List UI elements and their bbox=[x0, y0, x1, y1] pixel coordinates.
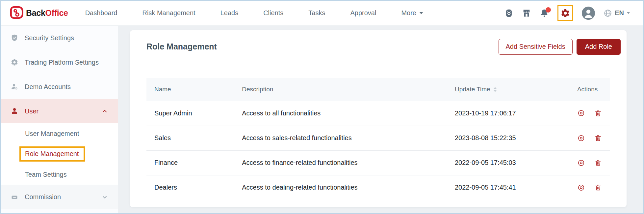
notification-dot bbox=[546, 7, 551, 13]
page-title: Role Management bbox=[146, 42, 217, 51]
brand-name: BackOffice bbox=[26, 8, 68, 18]
sidebar-item-user[interactable]: User bbox=[1, 99, 118, 123]
table-row: Sales Access to sales-related functional… bbox=[146, 126, 610, 150]
nav-leads[interactable]: Leads bbox=[208, 9, 251, 17]
column-header-actions: Actions bbox=[577, 78, 610, 101]
language-code: EN bbox=[615, 9, 624, 17]
avatar-person-icon bbox=[582, 7, 595, 20]
sidebar-subitem-user-management[interactable]: User Management bbox=[1, 123, 118, 144]
nav-dashboard[interactable]: Dashboard bbox=[73, 9, 130, 17]
chevron-up-icon bbox=[101, 108, 108, 114]
user-submenu: User Management Role Management Team Set… bbox=[1, 123, 118, 185]
topbar-actions: EN bbox=[504, 5, 630, 21]
settings-highlight-box bbox=[557, 5, 573, 21]
add-sensitive-fields-button[interactable]: Add Sensitive Fields bbox=[499, 39, 573, 55]
role-description: Access to sales-related functionalities bbox=[242, 126, 455, 150]
table-row: Finance Access to finance-related functi… bbox=[146, 150, 610, 175]
main-content: Role Management Add Sensitive Fields Add… bbox=[118, 26, 643, 213]
sidebar-item-demo-accounts[interactable]: Demo Accounts bbox=[1, 75, 118, 99]
column-header-name: Name bbox=[146, 78, 242, 101]
delete-role-trash-icon[interactable] bbox=[594, 159, 602, 167]
column-header-update-time[interactable]: Update Time bbox=[455, 78, 577, 101]
card-header: Role Management Add Sensitive Fields Add… bbox=[130, 30, 627, 63]
header-actions: Add Sensitive Fields Add Role bbox=[499, 39, 621, 55]
user-avatar[interactable] bbox=[582, 7, 595, 20]
sidebar-subitem-team-settings[interactable]: Team Settings bbox=[1, 164, 118, 185]
sidebar-item-label: Commission bbox=[25, 193, 61, 201]
notifications-bell-icon[interactable] bbox=[540, 9, 549, 18]
role-description: Access to all functionalities bbox=[242, 101, 455, 126]
chevron-down-icon bbox=[627, 12, 630, 14]
top-navigation: Dashboard Risk Management Leads Clients … bbox=[73, 9, 436, 17]
nav-tasks[interactable]: Tasks bbox=[296, 9, 338, 17]
table-row: Super Admin Access to all functionalitie… bbox=[146, 101, 610, 126]
gear-icon bbox=[11, 58, 18, 66]
nav-more[interactable]: More bbox=[389, 9, 436, 17]
settings-gear-icon[interactable] bbox=[560, 8, 570, 18]
role-name: Finance bbox=[146, 150, 242, 175]
view-role-eye-icon[interactable] bbox=[577, 184, 585, 192]
role-update-time: 2023-10-19 17:06:17 bbox=[455, 101, 577, 126]
role-description: Access to dealing-related functionalitie… bbox=[242, 175, 455, 200]
role-description: Access to finance-related functionalitie… bbox=[242, 150, 455, 175]
sidebar-item-label: User bbox=[25, 107, 39, 115]
sidebar-item-commission[interactable]: Commission bbox=[1, 185, 118, 209]
globe-icon bbox=[604, 9, 612, 17]
sidebar-subitem-label: Role Management bbox=[25, 150, 79, 157]
chevron-down-icon bbox=[419, 12, 423, 15]
role-management-card: Role Management Add Sensitive Fields Add… bbox=[130, 30, 627, 207]
chevron-down-icon bbox=[101, 194, 108, 200]
role-name: Super Admin bbox=[146, 101, 242, 126]
sidebar-subitem-label: User Management bbox=[25, 130, 79, 138]
view-role-eye-icon[interactable] bbox=[577, 159, 585, 167]
sidebar-item-label: Demo Accounts bbox=[25, 83, 71, 91]
shield-check-icon bbox=[11, 34, 18, 42]
role-update-time: 2022-09-05 17:45:41 bbox=[455, 175, 577, 200]
sidebar: Security Settings Trading Platform Setti… bbox=[1, 26, 118, 213]
role-update-time: 2022-09-05 17:45:03 bbox=[455, 150, 577, 175]
column-header-description: Description bbox=[242, 78, 455, 101]
store-icon[interactable] bbox=[522, 9, 531, 18]
add-role-button[interactable]: Add Role bbox=[577, 39, 621, 55]
role-update-time: 2023-08-08 15:22:35 bbox=[455, 126, 577, 150]
nav-clients[interactable]: Clients bbox=[251, 9, 296, 17]
sidebar-item-trading-platform-settings[interactable]: Trading Platform Settings bbox=[1, 50, 118, 75]
role-name: Sales bbox=[146, 126, 242, 150]
roles-table-container: Name Description Update Time bbox=[130, 63, 627, 200]
demo-account-icon bbox=[11, 83, 18, 91]
sidebar-item-label: Security Settings bbox=[25, 34, 74, 42]
sidebar-subitem-role-management[interactable]: Role Management bbox=[1, 144, 118, 164]
role-management-highlight-box: Role Management bbox=[19, 146, 85, 162]
sort-caret-icon bbox=[493, 87, 497, 92]
delete-role-trash-icon[interactable] bbox=[594, 184, 602, 191]
language-selector[interactable]: EN bbox=[604, 9, 630, 17]
delete-role-trash-icon[interactable] bbox=[594, 134, 602, 142]
brand-logo[interactable]: BackOffice bbox=[10, 5, 68, 21]
roles-table: Name Description Update Time bbox=[146, 78, 610, 200]
nav-approval[interactable]: Approval bbox=[338, 9, 389, 17]
column-header-label: Update Time bbox=[455, 86, 490, 93]
brand-icon bbox=[10, 5, 23, 21]
nav-more-label: More bbox=[401, 9, 416, 17]
topbar: BackOffice Dashboard Risk Management Lea… bbox=[1, 1, 643, 26]
table-row: Dealers Access to dealing-related functi… bbox=[146, 175, 610, 200]
nav-risk-management[interactable]: Risk Management bbox=[130, 9, 208, 17]
role-name: Dealers bbox=[146, 175, 242, 200]
view-role-eye-icon[interactable] bbox=[577, 109, 585, 117]
sidebar-item-label: Trading Platform Settings bbox=[25, 59, 99, 66]
layers-icon[interactable] bbox=[504, 8, 513, 18]
table-header-row: Name Description Update Time bbox=[146, 78, 610, 101]
backoffice-app: BackOffice Dashboard Risk Management Lea… bbox=[0, 0, 644, 214]
delete-role-trash-icon[interactable] bbox=[594, 109, 602, 117]
view-role-eye-icon[interactable] bbox=[577, 134, 585, 142]
commission-card-icon bbox=[11, 193, 18, 201]
user-icon bbox=[11, 107, 18, 115]
sidebar-subitem-label: Team Settings bbox=[25, 171, 67, 178]
sidebar-item-security-settings[interactable]: Security Settings bbox=[1, 26, 118, 50]
